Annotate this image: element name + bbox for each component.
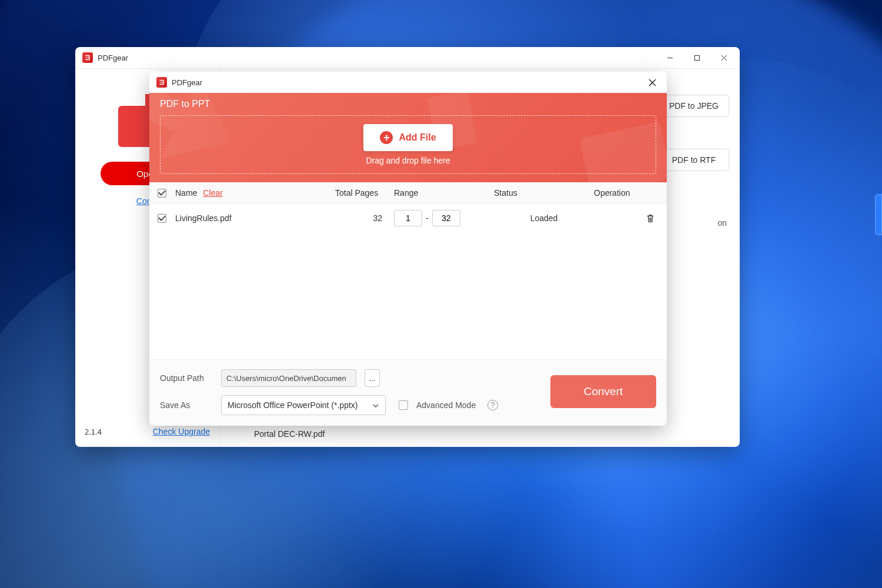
window-controls	[656, 47, 737, 68]
col-name-header: Name	[175, 188, 197, 198]
taskbar-side-widget[interactable]	[875, 194, 882, 235]
close-button[interactable]	[710, 47, 737, 68]
output-path-label: Output Path	[160, 373, 213, 383]
chevron-down-icon	[372, 402, 379, 409]
plus-icon: +	[380, 131, 393, 144]
col-range-header: Range	[394, 188, 494, 198]
save-as-select[interactable]: Microsoft Office PowerPoint (*.pptx)	[221, 395, 386, 415]
col-operation-header: Operation	[594, 188, 659, 198]
row-checkbox[interactable]	[158, 214, 166, 223]
drop-hint-text: Drag and drop file here	[366, 156, 450, 165]
convert-dialog: PDFgear PDF to PPT + Add File Drag and d…	[149, 72, 667, 426]
conversion-type-label: PDF to PPT	[160, 99, 656, 109]
advanced-mode-label: Advanced Mode	[416, 400, 476, 410]
version-label: 2.1.4	[85, 427, 102, 436]
app-icon	[82, 52, 93, 63]
col-status-header: Status	[494, 188, 594, 198]
add-file-label: Add File	[399, 132, 436, 143]
dialog-header: PDF to PPT + Add File Drag and drop file…	[149, 93, 667, 182]
total-pages-cell: 32	[335, 213, 394, 223]
range-to-input[interactable]	[432, 210, 460, 226]
main-titlebar: PDFgear	[75, 47, 740, 68]
range-separator: -	[426, 213, 429, 223]
dialog-close-button[interactable]	[643, 74, 661, 91]
dialog-footer: Output Path ... Save As Microsoft Office…	[149, 359, 667, 426]
delete-row-button[interactable]	[642, 210, 659, 226]
file-table: Name Clear Total Pages Range Status Oper…	[149, 182, 667, 359]
browse-button[interactable]: ...	[365, 369, 380, 387]
table-header-row: Name Clear Total Pages Range Status Oper…	[149, 182, 667, 204]
trash-icon	[645, 213, 656, 223]
tile-pdf-to-jpeg[interactable]: PDF to JPEG	[659, 95, 729, 117]
minimize-button[interactable]	[656, 47, 683, 68]
dialog-titlebar: PDFgear	[149, 72, 667, 93]
col-pages-header: Total Pages	[335, 188, 394, 198]
help-icon[interactable]: ?	[487, 400, 498, 410]
range-from-input[interactable]	[394, 210, 422, 226]
add-file-button[interactable]: + Add File	[363, 124, 452, 151]
tile-pdf-to-rtf[interactable]: PDF to RTF	[659, 149, 729, 171]
dialog-title: PDFgear	[172, 78, 202, 87]
select-all-checkbox[interactable]	[158, 189, 166, 198]
recent-file-item[interactable]: Portal DEC-RW.pdf	[230, 429, 729, 439]
save-as-label: Save As	[160, 400, 213, 410]
clear-link[interactable]: Clear	[203, 188, 222, 198]
drop-zone[interactable]: + Add File Drag and drop file here	[160, 115, 656, 174]
table-row: LivingRules.pdf 32 - Loaded	[149, 204, 667, 232]
app-icon	[156, 77, 167, 88]
output-path-input[interactable]	[221, 369, 356, 387]
file-name-cell: LivingRules.pdf	[175, 213, 335, 223]
advanced-mode-checkbox[interactable]	[399, 400, 408, 410]
save-as-value: Microsoft Office PowerPoint (*.pptx)	[228, 400, 358, 410]
check-upgrade-link[interactable]: Check Upgrade	[153, 427, 210, 436]
convert-button[interactable]: Convert	[550, 375, 656, 408]
svg-rect-1	[694, 55, 699, 60]
status-cell: Loaded	[494, 213, 594, 223]
maximize-button[interactable]	[683, 47, 710, 68]
main-window-title: PDFgear	[98, 54, 128, 62]
